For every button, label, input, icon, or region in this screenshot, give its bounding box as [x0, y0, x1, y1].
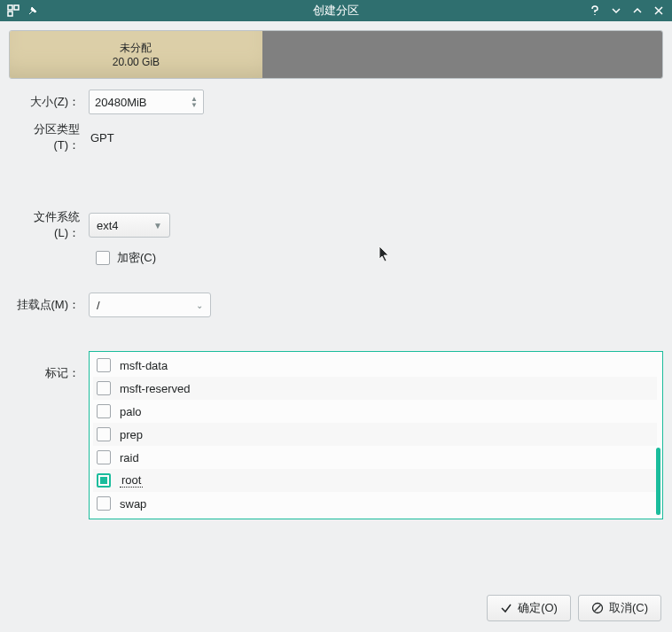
size-value: 20480MiB	[95, 96, 147, 109]
spin-arrows-icon[interactable]: ▲▼	[191, 96, 198, 108]
app-menu-icon[interactable]	[7, 4, 20, 17]
flag-checkbox[interactable]	[97, 450, 111, 464]
flag-checkbox[interactable]	[97, 496, 111, 511]
help-icon[interactable]	[589, 4, 601, 17]
flag-label: swap	[120, 497, 146, 511]
filesystem-value: ext4	[97, 219, 119, 232]
flag-item[interactable]: raid	[93, 446, 657, 469]
cancel-label: 取消(C)	[609, 600, 648, 616]
ok-label: 确定(O)	[518, 600, 558, 616]
flag-label: msft-reserved	[120, 382, 190, 395]
flag-checkbox[interactable]	[97, 404, 111, 418]
flag-item[interactable]: palo	[93, 400, 657, 423]
pin-icon[interactable]	[27, 4, 39, 17]
ok-button[interactable]: 确定(O)	[487, 595, 571, 621]
minimize-icon[interactable]	[610, 4, 622, 17]
chevron-down-icon: ⌄	[196, 300, 203, 310]
cancel-button[interactable]: 取消(C)	[578, 595, 661, 621]
flag-item[interactable]: swap	[93, 492, 657, 515]
flag-checkbox[interactable]	[97, 381, 111, 395]
flags-label: 标记：	[9, 351, 89, 381]
close-icon[interactable]	[652, 4, 665, 17]
partition-label: 未分配	[120, 41, 152, 56]
mount-value: /	[97, 299, 100, 312]
flag-item[interactable]: msft-reserved	[93, 377, 657, 400]
chevron-down-icon: ▼	[153, 221, 162, 230]
flag-label: palo	[120, 405, 142, 418]
type-value: GPT	[89, 131, 114, 144]
flag-item[interactable]: prep	[93, 423, 657, 446]
filesystem-combo[interactable]: ext4 ▼	[89, 213, 170, 238]
flag-label: prep	[120, 428, 143, 441]
svg-rect-1	[14, 5, 19, 10]
titlebar: 创建分区	[0, 0, 672, 21]
flag-label: root	[120, 473, 143, 488]
flag-label: raid	[120, 451, 139, 464]
cancel-icon	[591, 602, 604, 614]
mount-label: 挂载点(M)：	[9, 297, 89, 313]
scrollbar-thumb[interactable]	[656, 448, 660, 515]
svg-rect-0	[8, 5, 12, 10]
encrypt-checkbox[interactable]	[96, 251, 110, 265]
encrypt-label: 加密(C)	[117, 250, 156, 266]
partition-size: 20.00 GiB	[113, 56, 160, 68]
size-label: 大小(Z)：	[9, 94, 89, 110]
flags-list[interactable]: msft-datamsft-reservedpaloprepraidrootsw…	[89, 351, 663, 519]
partition-bar: 未分配 20.00 GiB	[9, 30, 663, 79]
flag-checkbox[interactable]	[97, 358, 111, 372]
flag-item[interactable]: root	[93, 469, 657, 492]
flag-checkbox[interactable]	[97, 473, 111, 488]
size-spinbox[interactable]: 20480MiB ▲▼	[89, 90, 204, 114]
svg-rect-2	[8, 12, 12, 16]
mount-combo[interactable]: / ⌄	[89, 293, 211, 317]
window-title: 创建分区	[0, 3, 672, 19]
flag-checkbox[interactable]	[97, 427, 111, 441]
maximize-icon[interactable]	[631, 4, 644, 17]
check-icon	[500, 602, 512, 614]
flag-item[interactable]: msft-data	[93, 354, 657, 377]
filesystem-label: 文件系统 (L)：	[9, 209, 89, 241]
flag-label: msft-data	[120, 359, 168, 372]
partition-segment-rest[interactable]	[262, 31, 662, 78]
partition-segment-unallocated[interactable]: 未分配 20.00 GiB	[10, 31, 262, 78]
type-label: 分区类型(T)：	[9, 121, 89, 153]
